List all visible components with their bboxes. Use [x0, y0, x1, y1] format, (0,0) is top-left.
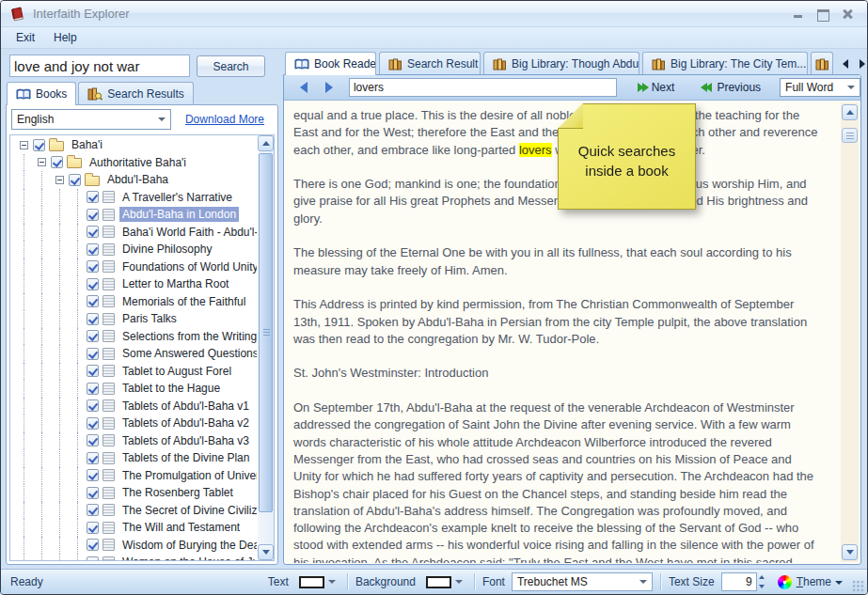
theme-color-wheel-icon[interactable] — [778, 575, 792, 589]
tree-item-label[interactable]: Paris Talks — [119, 311, 180, 326]
tree-book-item[interactable]: Divine Philosophy — [10, 241, 257, 258]
tree-item-label[interactable]: Memorials of the Faithful — [119, 294, 248, 309]
find-next-button[interactable]: Next — [634, 79, 679, 96]
tree-book-item[interactable]: The Secret of Divine Civiliz... — [10, 502, 257, 520]
tree-scrollbar-thumb[interactable] — [259, 153, 273, 512]
tree-item-label[interactable]: Tablets of Abdu'l-Baha v3 — [119, 433, 252, 448]
checkbox-checked[interactable] — [87, 313, 99, 325]
tree-item-label[interactable]: Some Answered Questions — [119, 346, 257, 361]
tree-item-label[interactable]: The Secret of Divine Civiliz... — [119, 503, 257, 518]
tree-item-label[interactable]: The Will and Testament — [119, 520, 243, 535]
tab-partial[interactable] — [811, 52, 833, 75]
collapse-icon[interactable] — [20, 141, 28, 149]
reader-scrollbar[interactable] — [841, 102, 859, 562]
tab-books[interactable]: Books — [7, 82, 76, 105]
tree-book-item[interactable]: Tablets of Abdu'l-Baha v1 — [10, 398, 257, 415]
tree-scrollbar[interactable] — [258, 135, 274, 560]
tab-book-reader[interactable]: Book Reader — [285, 52, 376, 75]
reader-scrollbar-thumb[interactable] — [842, 128, 858, 143]
tree-book-item[interactable]: Tablets of the Divine Plan — [10, 449, 257, 467]
tab-big-library-2[interactable]: Big Library: The City Tem... — [642, 52, 808, 75]
spin-down-icon[interactable] — [759, 585, 765, 588]
collapse-icon[interactable] — [55, 176, 64, 184]
nav-forward-icon[interactable] — [319, 78, 339, 97]
tree-item-label[interactable]: Abdu'l-Baha — [104, 172, 171, 187]
tab-search-results[interactable]: Search Results — [78, 82, 193, 105]
checkbox-checked[interactable] — [33, 139, 45, 151]
checkbox-checked[interactable] — [87, 504, 99, 516]
tree-item-label[interactable]: Authoritative Baha'i — [87, 155, 189, 170]
tree-book-item[interactable]: Tablet to the Hague — [10, 380, 257, 398]
checkbox-checked[interactable] — [87, 434, 99, 446]
search-button[interactable]: Search — [197, 55, 265, 77]
tree-book-item[interactable]: Foundations of World Unity — [10, 258, 257, 276]
tree-item-label[interactable]: Tablets of Abdu'l-Baha v1 — [119, 399, 252, 414]
tree-book-item[interactable]: The Rosenberg Tablet — [10, 484, 257, 502]
tree-item-label[interactable]: The Rosenberg Tablet — [119, 485, 236, 500]
tree-book-item[interactable]: Tablets of Abdu'l-Baha v3 — [10, 432, 257, 450]
background-color-select[interactable] — [422, 574, 466, 590]
scroll-up-icon[interactable] — [258, 135, 274, 151]
tree-book-item[interactable]: Abdu'l-Baha in London — [10, 206, 257, 224]
tree-item-label[interactable]: The Promulgation of Univer... — [119, 468, 257, 483]
checkbox-checked[interactable] — [87, 417, 99, 430]
tab-search-result[interactable]: Search Result — [379, 52, 481, 75]
search-input[interactable] — [9, 55, 190, 77]
checkbox-checked[interactable] — [87, 348, 99, 360]
checkbox-checked[interactable] — [87, 209, 99, 221]
tree-item-label[interactable]: Tablet to the Hague — [119, 381, 223, 396]
tree-book-item[interactable]: A Traveller's Narrative — [10, 189, 257, 207]
tree-book-item[interactable]: Selections from the Writing... — [10, 328, 257, 346]
tab-scroll-right-icon[interactable] — [855, 55, 868, 71]
resize-grip[interactable] — [852, 580, 864, 592]
spin-up-icon[interactable] — [759, 575, 765, 579]
close-icon[interactable] — [841, 8, 854, 20]
checkbox-checked[interactable] — [87, 556, 99, 560]
menu-exit[interactable]: Exit — [7, 28, 44, 47]
tree-item-label[interactable]: Divine Philosophy — [119, 242, 214, 257]
tree-item-label[interactable]: Abdu'l-Baha in London — [119, 207, 239, 222]
tree-book-item[interactable]: Tablets of Abdu'l-Baha v2 — [10, 415, 257, 432]
nav-back-icon[interactable] — [293, 78, 313, 97]
scroll-down-icon[interactable] — [258, 544, 274, 560]
tree-book-item[interactable]: Some Answered Questions — [10, 345, 257, 363]
tree-book-item[interactable]: Memorials of the Faithful — [10, 293, 257, 311]
find-input[interactable] — [349, 78, 617, 97]
checkbox-checked[interactable] — [87, 452, 99, 464]
tree-folder-item[interactable]: Authoritative Baha'i — [10, 154, 257, 172]
checkbox-checked[interactable] — [87, 260, 99, 273]
minimize-icon[interactable] — [792, 8, 805, 20]
menu-help[interactable]: Help — [44, 28, 87, 47]
checkbox-checked[interactable] — [87, 243, 99, 256]
tree-folder-item[interactable]: Abdu'l-Baha — [10, 171, 257, 189]
checkbox-checked[interactable] — [87, 226, 99, 238]
scroll-up-icon[interactable] — [842, 104, 858, 120]
checkbox-checked[interactable] — [87, 330, 99, 342]
tree-item-label[interactable]: Women on the House of Ju... — [119, 555, 257, 560]
tree-item-label[interactable]: Foundations of World Unity — [119, 259, 257, 274]
tree-book-item[interactable]: Tablet to August Forel — [10, 363, 257, 381]
checkbox-checked[interactable] — [87, 295, 99, 307]
tab-scroll-left-icon[interactable] — [838, 55, 852, 71]
checkbox-checked[interactable] — [87, 487, 99, 499]
tree-book-item[interactable]: Letter to Martha Root — [10, 275, 257, 293]
text-size-stepper[interactable]: 9 — [721, 572, 766, 591]
checkbox-checked[interactable] — [87, 191, 99, 203]
tree-book-item[interactable]: Women on the House of Ju... — [10, 554, 257, 560]
checkbox-checked[interactable] — [87, 469, 99, 481]
checkbox-checked[interactable] — [87, 383, 99, 395]
tree-item-label[interactable]: Baha'i World Faith - Abdu'l-... — [119, 225, 257, 240]
font-select[interactable]: Trebuchet MS — [512, 572, 653, 591]
tree-item-label[interactable]: Tablets of the Divine Plan — [119, 450, 252, 465]
checkbox-checked[interactable] — [87, 539, 99, 551]
tree-item-label[interactable]: Selections from the Writing... — [119, 329, 257, 344]
tree-item-label[interactable]: Tablets of Abdu'l-Baha v2 — [119, 415, 252, 431]
language-select[interactable]: English — [11, 109, 171, 130]
tree-book-item[interactable]: The Will and Testament — [10, 519, 257, 537]
maximize-icon[interactable] — [816, 8, 829, 20]
checkbox-checked[interactable] — [87, 522, 99, 534]
checkbox-checked[interactable] — [87, 365, 99, 377]
tree-item-label[interactable]: Tablet to August Forel — [119, 364, 234, 379]
collapse-icon[interactable] — [38, 158, 46, 166]
tree-item-label[interactable]: Letter to Martha Root — [119, 276, 231, 291]
